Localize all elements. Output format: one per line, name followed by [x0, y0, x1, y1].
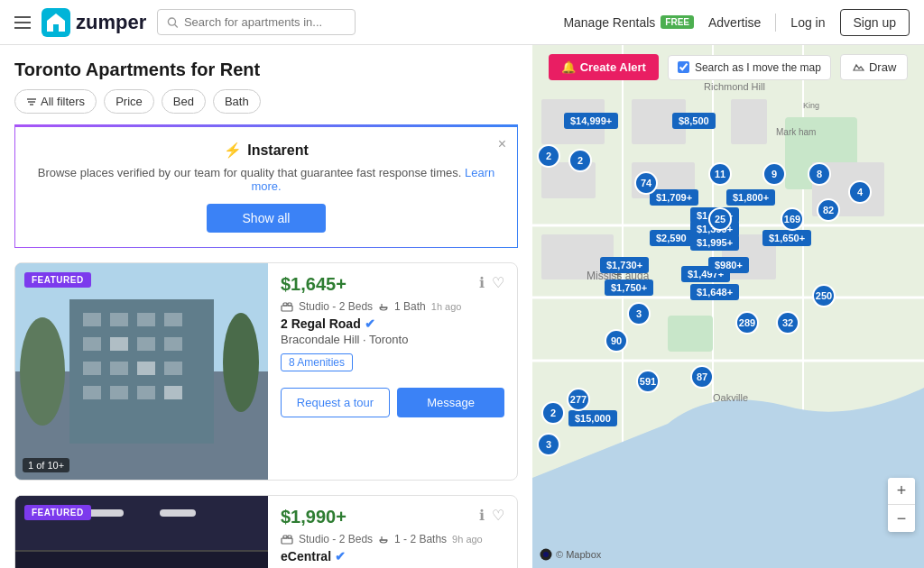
circle-marker-5[interactable]: 4 — [848, 180, 872, 204]
price-marker-14[interactable]: $15,000 — [568, 410, 617, 426]
svg-rect-15 — [110, 337, 128, 351]
svg-rect-17 — [164, 337, 182, 351]
bath-filter-button[interactable]: Bath — [213, 89, 261, 114]
price-marker-13[interactable]: $1,650+ — [762, 230, 811, 246]
listing-baths-2: 1 - 2 Baths — [394, 533, 447, 545]
circle-marker-19[interactable]: 32 — [776, 311, 799, 334]
search-as-move-checkbox[interactable] — [678, 61, 689, 73]
circle-marker-7[interactable]: 25 — [708, 207, 732, 231]
svg-rect-13 — [164, 313, 182, 326]
map-attribution: © Mapbox — [540, 548, 601, 561]
svg-rect-22 — [83, 386, 101, 399]
advertise-link[interactable]: Advertise — [708, 15, 761, 30]
circle-marker-14[interactable]: 277 — [567, 388, 590, 411]
circle-marker-13[interactable]: 591 — [636, 370, 660, 393]
show-all-button[interactable]: Show all — [207, 204, 327, 233]
draw-icon — [852, 61, 864, 74]
circle-marker-6[interactable]: 82 — [817, 198, 840, 222]
create-alert-button[interactable]: 🔔 Create Alert — [549, 54, 659, 80]
all-filters-button[interactable]: All filters — [14, 89, 97, 114]
favorite-button-1[interactable]: ♡ — [492, 274, 504, 291]
circle-marker-4[interactable]: 8 — [808, 162, 831, 186]
circle-marker-0[interactable]: 2 — [537, 144, 560, 168]
logo-icon — [42, 8, 70, 37]
circle-marker-9[interactable]: 2 — [568, 149, 592, 172]
svg-line-3 — [175, 24, 178, 27]
price-marker-3[interactable]: $1,800+ — [726, 189, 775, 206]
listing-address-2: eCentral — [281, 549, 331, 563]
price-marker-7[interactable]: $1,995+ — [690, 234, 739, 251]
map-panel[interactable]: Richmond Hill Mark ham Mississ auga King… — [532, 45, 924, 568]
divider — [775, 14, 776, 32]
svg-point-26 — [20, 317, 65, 426]
circle-marker-18[interactable]: 289 — [735, 311, 759, 334]
price-marker-1[interactable]: $8,500 — [672, 113, 716, 129]
search-input[interactable] — [184, 15, 346, 29]
price-marker-0[interactable]: $14,999+ — [564, 113, 618, 129]
logo[interactable]: zumper — [42, 8, 146, 37]
listing-image-1[interactable]: FEATURED 1 of 10+ — [15, 263, 268, 480]
zoom-out-button[interactable]: − — [888, 505, 915, 532]
circle-marker-3[interactable]: 9 — [762, 162, 786, 186]
message-button-1[interactable]: Message — [397, 388, 504, 417]
svg-rect-28 — [282, 306, 292, 311]
svg-rect-1 — [53, 24, 59, 32]
svg-point-27 — [223, 313, 259, 412]
info-button-2[interactable]: ℹ — [479, 507, 485, 524]
tour-button-1[interactable]: Request a tour — [281, 388, 390, 417]
bed-filter-button[interactable]: Bed — [162, 89, 206, 114]
listing-address-1: 2 Regal Road — [281, 316, 361, 331]
circle-marker-16[interactable]: 3 — [537, 433, 560, 456]
listing-image-2[interactable]: FEATURED 1 of 5+ — [15, 496, 268, 568]
search-as-move-control[interactable]: Search as I move the map — [668, 55, 831, 80]
svg-rect-57 — [731, 99, 767, 144]
bed-icon-2 — [281, 534, 293, 545]
price-marker-2[interactable]: $1,709+ — [650, 189, 698, 206]
circle-marker-11[interactable]: 90 — [605, 329, 628, 353]
image-count-1: 1 of 10+ — [23, 458, 69, 472]
svg-rect-39 — [88, 509, 124, 517]
circle-marker-17[interactable]: 250 — [812, 284, 836, 307]
svg-text:Mark ham: Mark ham — [776, 127, 816, 137]
svg-rect-25 — [164, 386, 182, 399]
circle-marker-12[interactable]: 87 — [690, 365, 714, 389]
listing-beds-1: Studio - 2 Beds — [299, 300, 373, 313]
svg-rect-24 — [137, 386, 155, 399]
login-link[interactable]: Log in — [790, 15, 825, 30]
bath-icon — [378, 301, 389, 312]
amenities-link-1[interactable]: 8 Amenities — [281, 353, 353, 371]
favorite-button-2[interactable]: ♡ — [492, 507, 504, 524]
listings-panel: Toronto Apartments for Rent All filters … — [0, 45, 532, 568]
svg-rect-20 — [137, 362, 155, 375]
price-marker-4[interactable]: $2,590 — [650, 230, 693, 246]
app-header: zumper Manage Rentals FREE Advertise Log… — [0, 0, 924, 45]
listing-price-1: $1,645+ — [281, 274, 346, 295]
svg-rect-19 — [110, 362, 128, 375]
circle-marker-1[interactable]: 74 — [634, 171, 658, 195]
price-marker-9[interactable]: $1,750+ — [605, 279, 653, 296]
circle-marker-15[interactable]: 2 — [541, 401, 565, 425]
close-instarent-button[interactable]: × — [498, 136, 506, 152]
manage-rentals-link[interactable]: Manage Rentals FREE — [563, 15, 694, 30]
circle-marker-8[interactable]: 169 — [781, 207, 804, 231]
main-content: Toronto Apartments for Rent All filters … — [0, 45, 924, 568]
price-marker-12[interactable]: $1,648+ — [690, 284, 739, 300]
verified-icon-1: ✔ — [365, 316, 375, 331]
svg-text:King: King — [803, 101, 819, 110]
bed-icon — [281, 301, 293, 312]
svg-rect-42 — [283, 536, 287, 538]
svg-rect-11 — [110, 313, 128, 326]
circle-marker-10[interactable]: 3 — [627, 302, 651, 325]
price-marker-11[interactable]: $980+ — [708, 257, 749, 273]
circle-marker-2[interactable]: 11 — [708, 162, 732, 186]
draw-button[interactable]: Draw — [840, 54, 908, 80]
menu-button[interactable] — [14, 16, 31, 29]
instarent-description: Browse places verified by our team for q… — [30, 166, 503, 193]
info-button-1[interactable]: ℹ — [479, 274, 485, 291]
building-illustration — [15, 263, 268, 480]
signup-button[interactable]: Sign up — [840, 9, 910, 36]
price-marker-8[interactable]: $1,730+ — [600, 257, 649, 273]
price-filter-button[interactable]: Price — [104, 89, 154, 114]
zoom-in-button[interactable]: + — [888, 478, 915, 505]
search-bar[interactable] — [157, 9, 356, 35]
